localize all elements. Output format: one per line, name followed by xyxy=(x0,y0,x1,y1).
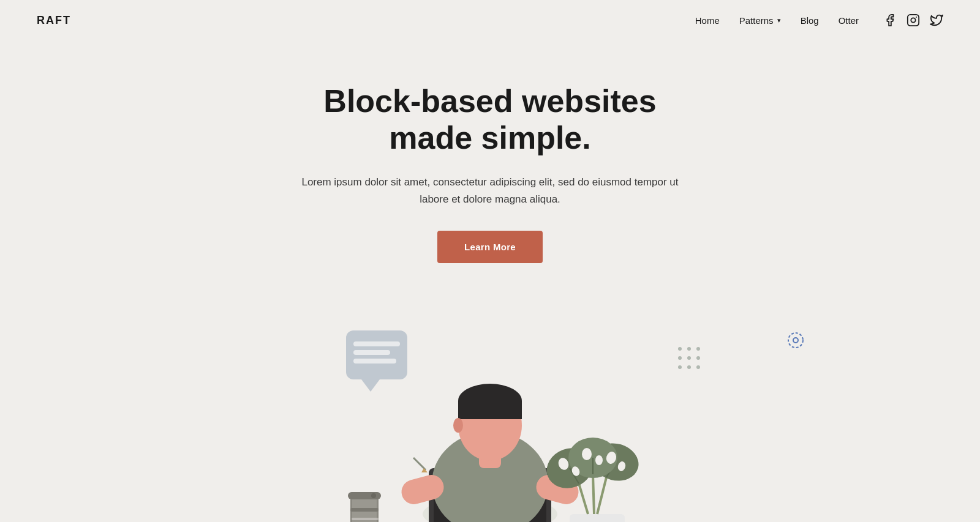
main-illustration xyxy=(294,306,686,522)
svg-point-1 xyxy=(911,18,915,22)
svg-line-35 xyxy=(579,483,588,514)
navigation: RAFT Home Patterns ▾ Blog Otter xyxy=(0,0,980,40)
instagram-icon[interactable] xyxy=(907,13,920,27)
svg-rect-16 xyxy=(353,341,400,346)
hero-title: Block-based websites made simple. xyxy=(288,83,692,157)
nav-links: Home Patterns ▾ Blog Otter xyxy=(695,13,943,27)
svg-point-12 xyxy=(788,333,803,348)
svg-point-5 xyxy=(696,347,700,351)
nav-otter[interactable]: Otter xyxy=(839,15,859,26)
facebook-icon[interactable] xyxy=(883,13,897,27)
svg-point-11 xyxy=(696,365,700,369)
svg-point-4 xyxy=(687,347,691,351)
learn-more-button[interactable]: Learn More xyxy=(437,231,543,263)
hero-subtitle: Lorem ipsum dolor sit amet, consectetur … xyxy=(288,174,692,209)
social-icons xyxy=(883,13,943,27)
svg-marker-15 xyxy=(361,379,380,392)
svg-rect-0 xyxy=(908,15,919,26)
twitter-icon[interactable] xyxy=(930,13,943,27)
svg-point-3 xyxy=(678,347,682,351)
svg-point-13 xyxy=(793,338,798,343)
chevron-down-icon: ▾ xyxy=(777,17,781,24)
nav-home[interactable]: Home xyxy=(695,15,720,26)
svg-point-49 xyxy=(595,455,603,465)
nav-patterns[interactable]: Patterns ▾ xyxy=(739,15,781,26)
nav-blog[interactable]: Blog xyxy=(801,15,819,26)
svg-point-9 xyxy=(678,365,682,369)
focus-icon xyxy=(786,330,805,350)
svg-line-38 xyxy=(597,477,606,514)
logo[interactable]: RAFT xyxy=(37,14,71,27)
svg-rect-34 xyxy=(570,514,625,522)
dot-grid-decoration xyxy=(674,343,717,376)
svg-point-48 xyxy=(582,448,592,460)
svg-rect-18 xyxy=(353,359,396,364)
svg-point-6 xyxy=(678,356,682,360)
svg-rect-55 xyxy=(352,518,379,520)
svg-rect-17 xyxy=(353,350,390,355)
hero-section: Block-based websites made simple. Lorem … xyxy=(276,40,704,294)
svg-rect-28 xyxy=(458,401,522,419)
hero-illustration xyxy=(0,306,980,522)
svg-rect-54 xyxy=(350,508,379,512)
svg-point-10 xyxy=(687,365,691,369)
svg-point-8 xyxy=(696,356,700,360)
svg-line-41 xyxy=(593,474,594,514)
svg-point-53 xyxy=(371,493,376,498)
svg-point-7 xyxy=(687,356,691,360)
svg-point-2 xyxy=(916,17,917,18)
svg-point-29 xyxy=(453,418,463,433)
